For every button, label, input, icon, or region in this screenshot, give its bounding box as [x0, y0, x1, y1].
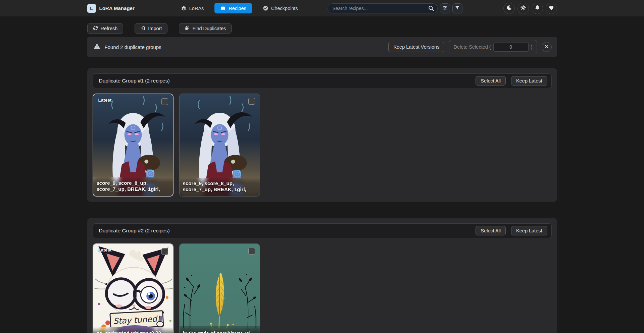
tab-checkpoints[interactable]: Checkpoints	[261, 3, 300, 13]
check-circle-icon	[263, 5, 268, 11]
sliders-icon	[442, 5, 448, 12]
group-1-select-all-button[interactable]: Select All	[476, 76, 506, 86]
recipe-image-yellow-feather	[180, 244, 260, 333]
bell-icon	[534, 5, 540, 12]
import-label: Import	[148, 26, 162, 31]
dismiss-alert-button[interactable]	[542, 42, 552, 52]
find-duplicates-label: Find Duplicates	[192, 26, 226, 31]
group-2-keep-latest-button[interactable]: Keep Latest	[511, 226, 547, 235]
group-1-title: Duplicate Group #1 (2 recipes)	[99, 78, 170, 84]
delete-selected-panel: Delete Selected ( )	[449, 40, 537, 54]
duplicate-group-2: Duplicate Group #2 (2 recipes) Select Al…	[87, 218, 557, 333]
search-icon	[428, 7, 434, 12]
delete-count-input[interactable]	[493, 43, 529, 52]
recipe-card[interactable]: Latest score_9, score_8_up, score_7_up, …	[93, 94, 174, 197]
tab-recipes[interactable]: Recipes	[214, 3, 252, 13]
recipe-card[interactable]: Stay tuned!	[93, 243, 174, 333]
search-group	[328, 3, 462, 13]
duplicates-alert-bar: Found 2 duplicate groups Keep Latest Ver…	[87, 37, 557, 57]
delete-selected-suffix: )	[531, 44, 533, 50]
app-logo-letter: L	[90, 5, 93, 11]
latest-badge: Latest	[98, 247, 112, 253]
group-2-title: Duplicate Group #2 (2 recipes)	[99, 228, 170, 234]
refresh-icon	[93, 25, 98, 32]
heart-icon	[548, 5, 554, 12]
card-caption: pp-enchanted-whimsy:0.90 ral-frctlgmtry_…	[93, 327, 173, 333]
recipe-image-whimsical-cat: Stay tuned!	[93, 244, 173, 333]
recipe-card[interactable]: in the style of ppWhimsy, ral-frctlgmtry…	[179, 243, 260, 333]
group-2-select-all-button[interactable]: Select All	[476, 226, 506, 235]
import-button[interactable]: Import	[135, 23, 167, 34]
card-checkbox[interactable]	[161, 98, 168, 105]
search-input[interactable]	[328, 3, 438, 13]
filter-funnel-button[interactable]	[452, 3, 462, 13]
tab-loras-label: LoRAs	[189, 6, 204, 11]
search-button[interactable]	[428, 5, 434, 12]
recipe-card[interactable]: score_9, score_8_up, score_7_up, BREAK, …	[179, 94, 260, 197]
filter-sliders-button[interactable]	[440, 3, 450, 13]
group-1-cards: Latest score_9, score_8_up, score_7_up, …	[93, 94, 552, 197]
duplicates-icon	[185, 25, 190, 32]
book-icon	[220, 5, 226, 11]
main-content: Refresh Import Find Duplicates Found 2 d…	[87, 16, 557, 333]
alert-message: Found 2 duplicate groups	[105, 44, 161, 50]
delete-selected-prefix: Delete Selected (	[453, 44, 491, 50]
layers-icon	[181, 5, 187, 11]
app-title: LoRA Manager	[99, 5, 135, 11]
refresh-button[interactable]: Refresh	[87, 23, 123, 34]
import-icon	[140, 25, 145, 32]
latest-badge: Latest	[98, 98, 112, 103]
moon-icon	[506, 5, 512, 12]
theme-toggle-button[interactable]	[503, 3, 515, 14]
settings-button[interactable]	[517, 3, 529, 14]
tab-recipes-label: Recipes	[229, 6, 246, 11]
tab-checkpoints-label: Checkpoints	[271, 6, 298, 11]
toolbar: Refresh Import Find Duplicates	[87, 23, 557, 34]
card-caption: in the style of ppWhimsy, ral-frctlgmtry…	[180, 328, 260, 333]
group-1-keep-latest-button[interactable]: Keep Latest	[511, 76, 547, 86]
main-nav-tabs: LoRAs Recipes Checkpoints	[179, 3, 300, 13]
find-duplicates-button[interactable]: Find Duplicates	[179, 23, 232, 34]
card-checkbox[interactable]	[248, 248, 255, 255]
keep-latest-versions-button[interactable]: Keep Latest Versions	[388, 42, 444, 52]
card-checkbox[interactable]	[161, 248, 168, 255]
navbar: L LoRA Manager LoRAs Recipes Checkpoints	[0, 0, 644, 16]
card-caption: score_9, score_8_up, score_7_up, BREAK, …	[93, 177, 173, 196]
group-2-header: Duplicate Group #2 (2 recipes) Select Al…	[93, 223, 552, 238]
gear-icon	[520, 5, 526, 12]
funnel-icon	[455, 5, 460, 11]
notifications-button[interactable]	[532, 3, 543, 14]
warning-icon	[93, 43, 101, 51]
group-1-header: Duplicate Group #1 (2 recipes) Select Al…	[93, 73, 552, 88]
tab-loras[interactable]: LoRAs	[179, 3, 206, 13]
card-checkbox[interactable]	[248, 98, 255, 105]
duplicate-group-1: Duplicate Group #1 (2 recipes) Select Al…	[87, 68, 557, 202]
close-icon	[544, 44, 549, 50]
refresh-label: Refresh	[101, 26, 118, 31]
group-2-cards: Stay tuned!	[93, 243, 552, 333]
nav-icon-cluster	[503, 3, 557, 14]
card-caption: score_9, score_8_up, score_7_up, BREAK, …	[180, 178, 260, 197]
app-logo: L	[87, 4, 96, 13]
support-button[interactable]	[546, 3, 557, 14]
